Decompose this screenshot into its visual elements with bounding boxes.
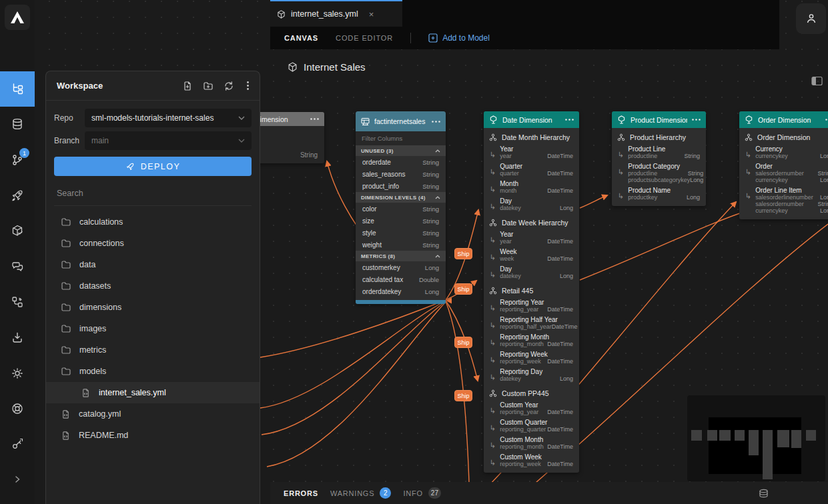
sidebar-item-datasets[interactable]: [0, 107, 35, 142]
level-row[interactable]: ↳ Order salesordernumber String currency…: [739, 161, 828, 185]
tree-item[interactable]: internet_sales.yml: [46, 382, 260, 403]
column-row[interactable]: orderdatekey Long: [356, 285, 446, 297]
search-field[interactable]: [54, 187, 252, 206]
level-row[interactable]: ↳ Custom Year reporting_year DateTime: [484, 400, 579, 417]
workspace-menu-button[interactable]: [247, 81, 249, 90]
model-node-factinternetsales[interactable]: factinternetsales UNUSED (3) orderdate S…: [356, 111, 446, 304]
errors-tab[interactable]: ERRORS: [284, 489, 318, 497]
column-section-header[interactable]: DIMENSION LEVELS (4): [356, 192, 446, 203]
relationship-label-ship[interactable]: Ship: [454, 248, 472, 259]
level-row[interactable]: ↳ Reporting Half Year reporting_half_yea…: [484, 315, 579, 332]
node-header[interactable]: factinternetsales: [356, 111, 446, 131]
model-node-date-dimension[interactable]: Date Dimension Date Month Hierarchy ↳ Ye…: [484, 111, 579, 473]
branch-select[interactable]: main: [85, 131, 252, 150]
node-menu-icon[interactable]: [310, 118, 319, 120]
level-row[interactable]: ↳ Product Category productline String pr…: [612, 161, 706, 185]
column-row[interactable]: calculated tax Double: [356, 273, 446, 285]
sidebar-item-models[interactable]: [0, 213, 35, 249]
tree-item[interactable]: datasets: [46, 275, 260, 297]
tab-canvas[interactable]: CANVAS: [284, 34, 318, 42]
hierarchy-row[interactable]: Order Dimension: [739, 128, 828, 144]
warnings-tab[interactable]: WARNINGS 2: [330, 487, 392, 499]
level-row[interactable]: ↳ Order Line Item salesorderlinenumber L…: [739, 185, 828, 216]
column-row[interactable]: sales_reasons String: [356, 168, 446, 180]
sidebar-item-settings[interactable]: [0, 355, 35, 391]
minimap[interactable]: [687, 395, 825, 481]
sidebar-item-file-tree[interactable]: [0, 71, 35, 107]
refresh-button[interactable]: [224, 81, 234, 91]
database-status-icon[interactable]: [758, 488, 769, 499]
tree-item[interactable]: dimensions: [46, 297, 260, 318]
level-row[interactable]: ↳ Week week DateTime: [484, 247, 579, 264]
relationship-label-ship[interactable]: Ship: [454, 283, 472, 295]
model-node-product-dimension[interactable]: Product Dimension Product Hierarchy ↳ Pr…: [612, 111, 706, 206]
tree-item[interactable]: metrics: [46, 339, 260, 361]
sidebar-item-deploy[interactable]: [0, 177, 35, 213]
level-row[interactable]: ↳ Day datekey Long: [484, 264, 579, 281]
tree-item[interactable]: calculations: [46, 211, 260, 233]
tab-code-editor[interactable]: CODE EDITOR: [336, 34, 393, 42]
column-row[interactable]: weight String: [356, 239, 446, 251]
column-row[interactable]: color String: [356, 203, 446, 215]
sidebar-item-import[interactable]: [0, 320, 35, 355]
sidebar-item-api-keys[interactable]: [0, 426, 35, 461]
column-row[interactable]: customerkey Long: [356, 261, 446, 273]
rail-expand-button[interactable]: [0, 462, 35, 497]
hierarchy-row[interactable]: Date Week Hierarchy: [484, 213, 579, 229]
info-tab[interactable]: INFO 27: [403, 487, 441, 499]
level-row[interactable]: ↳ Month month DateTime: [484, 179, 579, 196]
node-menu-icon[interactable]: [825, 119, 828, 121]
new-file-button[interactable]: [182, 81, 193, 91]
user-avatar-button[interactable]: [796, 3, 826, 34]
filter-columns-input[interactable]: [362, 135, 440, 142]
tree-item[interactable]: catalog.yml: [46, 403, 260, 425]
level-row[interactable]: ↳ Product Name productkey Long: [612, 185, 706, 203]
tab-internet-sales[interactable]: internet_sales.yml ×: [270, 0, 402, 27]
tree-item[interactable]: README.md: [46, 425, 260, 446]
tree-item[interactable]: images: [46, 318, 260, 339]
tab-close-icon[interactable]: ×: [369, 9, 374, 19]
node-menu-icon[interactable]: [565, 119, 574, 121]
panel-toggle-icon[interactable]: [811, 76, 823, 86]
hierarchy-row[interactable]: Product Hierarchy: [612, 128, 706, 144]
level-row[interactable]: ↳ Reporting Year reporting_year DateTime: [484, 297, 579, 315]
relationship-label-ship[interactable]: Ship: [454, 337, 472, 348]
tree-item[interactable]: connections: [46, 233, 260, 254]
tree-item[interactable]: data: [46, 254, 260, 275]
node-menu-icon[interactable]: [692, 119, 701, 121]
level-row[interactable]: ↳ Quarter quarter DateTime: [484, 161, 579, 179]
level-row[interactable]: ↳ Year year DateTime: [484, 229, 579, 247]
column-row[interactable]: product_info String: [356, 180, 446, 192]
level-row[interactable]: ↳ Year year DateTime: [484, 144, 579, 161]
hierarchy-row[interactable]: Custom PP445: [484, 384, 579, 400]
level-row[interactable]: ↳ Currency currencykey Long: [739, 144, 828, 161]
column-row[interactable]: style String: [356, 227, 446, 239]
add-to-model-button[interactable]: Add to Model: [428, 33, 490, 43]
sidebar-item-comments[interactable]: [0, 249, 35, 284]
deploy-button[interactable]: DEPLOY: [54, 157, 252, 176]
column-section-header[interactable]: UNUSED (3): [356, 145, 446, 156]
new-folder-button[interactable]: [203, 81, 214, 91]
node-header[interactable]: Order Dimension: [739, 111, 828, 128]
node-menu-icon[interactable]: [432, 121, 440, 123]
column-row[interactable]: orderdate String: [356, 156, 446, 168]
level-row[interactable]: ↳ Day datekey Long: [484, 196, 579, 213]
model-node-order-dimension[interactable]: Order Dimension Order Dimension ↳ Curren…: [739, 111, 828, 219]
hierarchy-row[interactable]: Retail 445: [484, 281, 579, 297]
sidebar-item-support[interactable]: [0, 391, 35, 426]
level-row[interactable]: ↳ Custom Month reporting_month DateTime: [484, 435, 579, 452]
hierarchy-row[interactable]: Date Month Hierarchy: [484, 128, 579, 144]
sidebar-item-git-branch[interactable]: 1: [0, 142, 35, 177]
level-row[interactable]: ↳ Reporting Week reporting_week DateTime: [484, 349, 579, 367]
sidebar-item-workflow[interactable]: [0, 284, 35, 319]
repo-select[interactable]: sml-models-tutorials-internet-sales: [85, 109, 252, 127]
relationship-label-ship[interactable]: Ship: [454, 390, 472, 401]
node-header[interactable]: Product Dimension: [612, 111, 706, 128]
search-input[interactable]: [57, 189, 249, 198]
level-row[interactable]: ↳ Reporting Month reporting_month DateTi…: [484, 332, 579, 349]
column-section-header[interactable]: METRICS (8): [356, 251, 446, 261]
node-header[interactable]: Date Dimension: [484, 111, 579, 128]
level-row[interactable]: ↳ Custom Week reporting_week DateTime: [484, 452, 579, 469]
tree-item[interactable]: models: [46, 361, 260, 382]
filter-columns-field[interactable]: [356, 131, 446, 145]
